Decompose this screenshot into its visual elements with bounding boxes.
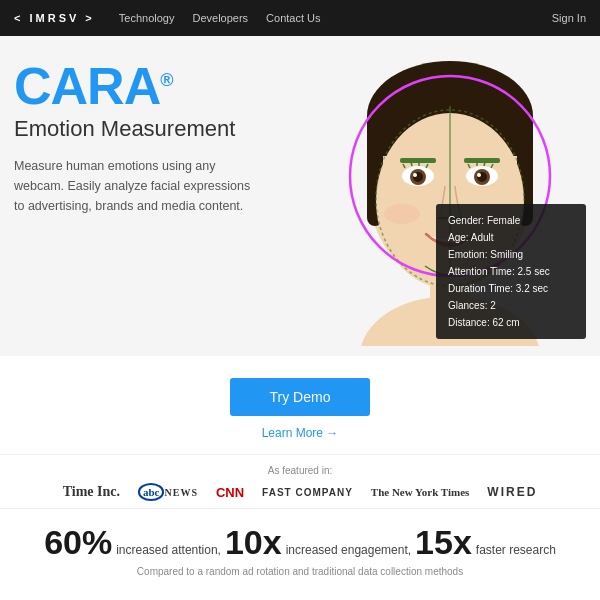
stat-text-1: increased attention, <box>116 543 221 557</box>
stats-footnote: Compared to a random ad rotation and tra… <box>20 566 580 577</box>
stat-text-3: faster research <box>476 543 556 557</box>
info-distance: Distance: 62 cm <box>448 314 574 331</box>
svg-point-27 <box>384 204 420 224</box>
svg-rect-8 <box>400 158 436 163</box>
info-box: Gender: Female Age: Adult Emotion: Smili… <box>436 204 586 339</box>
navbar: < IMRSV > Technology Developers Contact … <box>0 0 600 36</box>
info-emotion: Emotion: Smiling <box>448 246 574 263</box>
logo-nyt: The New York Times <box>371 486 470 498</box>
cta-section: Try Demo Learn More → <box>0 356 600 454</box>
hero-content: CARA® Emotion Measurement Measure human … <box>14 60 294 216</box>
info-attention: Attention Time: 2.5 sec <box>448 263 574 280</box>
svg-rect-9 <box>464 158 500 163</box>
try-demo-button[interactable]: Try Demo <box>230 378 371 416</box>
logo-fastcompany: FAST COMPANY <box>262 487 353 498</box>
info-gender: Gender: Female <box>448 212 574 229</box>
hero-section: Gender: Female Age: Adult Emotion: Smili… <box>0 36 600 356</box>
hero-description: Measure human emotions using any webcam.… <box>14 156 254 216</box>
logo-timeinc: Time Inc. <box>63 484 120 500</box>
logo-abc: abcNEWS <box>138 486 198 498</box>
nav-technology[interactable]: Technology <box>119 12 175 24</box>
nav-logo: < IMRSV > <box>14 12 95 24</box>
nav-developers[interactable]: Developers <box>192 12 248 24</box>
stat-number-2: 10x <box>225 523 282 562</box>
info-glances: Glances: 2 <box>448 297 574 314</box>
info-duration: Duration Time: 3.2 sec <box>448 280 574 297</box>
hero-subtitle: Emotion Measurement <box>14 116 294 142</box>
nav-contact[interactable]: Contact Us <box>266 12 320 24</box>
svg-point-17 <box>477 173 481 177</box>
stat-number-3: 15x <box>415 523 472 562</box>
learn-more-link[interactable]: Learn More → <box>0 426 600 440</box>
logo-wired: WIRED <box>487 485 537 499</box>
stats-section: 60% increased attention, 10x increased e… <box>0 508 600 585</box>
nav-links: Technology Developers Contact Us <box>119 12 552 24</box>
stat-number-1: 60% <box>44 523 112 562</box>
stat-text-2: increased engagement, <box>286 543 411 557</box>
brand-name: CARA® <box>14 60 294 112</box>
featured-label: As featured in: <box>0 465 600 476</box>
info-age: Age: Adult <box>448 229 574 246</box>
logos-row: Time Inc. abcNEWS CNN FAST COMPANY The N… <box>0 484 600 500</box>
nav-signin[interactable]: Sign In <box>552 12 586 24</box>
svg-point-13 <box>413 173 417 177</box>
face-illustration: Gender: Female Age: Adult Emotion: Smili… <box>300 36 600 356</box>
logo-cnn: CNN <box>216 485 244 500</box>
stats-row: 60% increased attention, 10x increased e… <box>20 523 580 562</box>
svg-line-24 <box>484 162 485 166</box>
featured-section: As featured in: Time Inc. abcNEWS CNN FA… <box>0 454 600 508</box>
svg-line-19 <box>411 162 412 166</box>
